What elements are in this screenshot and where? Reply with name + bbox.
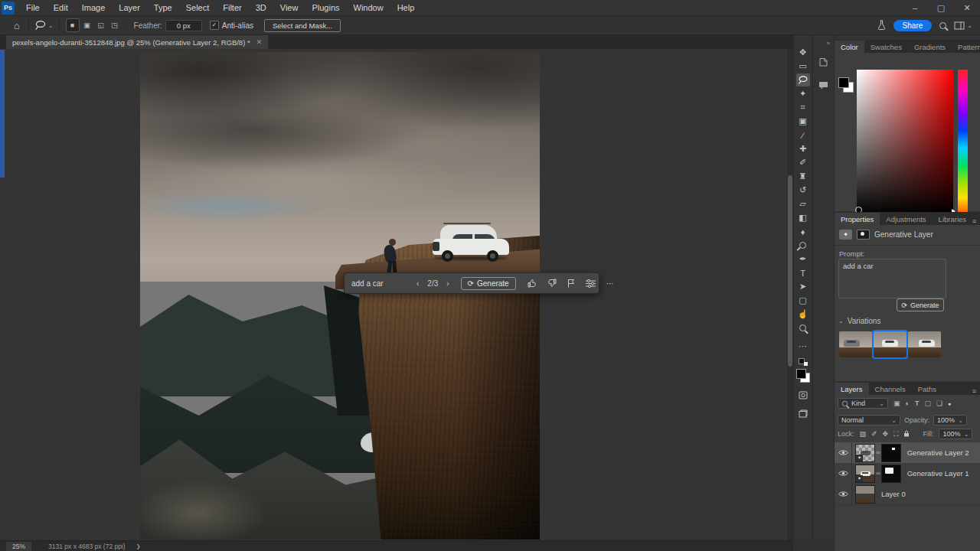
type-tool-icon[interactable]: T: [796, 266, 810, 279]
saturation-brightness-field[interactable]: [857, 70, 953, 215]
tab-channels[interactable]: Channels: [869, 383, 912, 395]
foreground-color-swatch[interactable]: [796, 369, 806, 379]
path-selection-tool-icon[interactable]: ➤: [796, 280, 810, 293]
menu-help[interactable]: Help: [390, 0, 422, 15]
prompt-textarea[interactable]: add a car: [838, 259, 946, 298]
eraser-tool-icon[interactable]: ▱: [796, 197, 810, 210]
mask-link-icon[interactable]: ∞: [876, 470, 880, 477]
canvas-document[interactable]: [140, 52, 540, 540]
learn-panel-icon[interactable]: [819, 56, 828, 70]
frame-tool-icon[interactable]: ▣: [796, 115, 810, 128]
hue-slider[interactable]: [958, 70, 968, 215]
menu-view[interactable]: View: [273, 0, 305, 15]
filter-adjustment-layers-icon[interactable]: ◐: [906, 399, 910, 407]
blend-mode-dropdown[interactable]: Normal ⌄: [838, 415, 900, 425]
settings-sliders-icon[interactable]: [580, 279, 601, 288]
lock-pixels-icon[interactable]: ✐: [871, 430, 877, 438]
lock-transparency-icon[interactable]: ▨: [860, 430, 867, 438]
foreground-background-swatches[interactable]: [796, 369, 810, 383]
tab-libraries[interactable]: Libraries: [933, 213, 972, 225]
feather-input[interactable]: 0 px: [165, 20, 202, 31]
previous-variation-icon[interactable]: ‹: [411, 279, 424, 288]
menu-select[interactable]: Select: [179, 0, 217, 15]
variations-header[interactable]: ⌄ Variations: [838, 317, 880, 325]
history-brush-tool-icon[interactable]: ↺: [796, 184, 810, 197]
variation-thumbnail-3[interactable]: [908, 331, 941, 357]
share-button[interactable]: Share: [893, 20, 933, 31]
variation-thumbnail-1[interactable]: [839, 331, 872, 357]
add-selection-mode-icon[interactable]: ▣: [81, 19, 93, 31]
generate-button[interactable]: ⟳ Generate: [897, 298, 944, 311]
intersect-selection-mode-icon[interactable]: ◳: [109, 19, 121, 31]
lock-all-icon[interactable]: [903, 430, 910, 439]
menu-edit[interactable]: Edit: [47, 0, 75, 15]
zoom-tool-icon[interactable]: [796, 321, 810, 334]
eyedropper-tool-icon[interactable]: ∕: [796, 129, 810, 142]
layer-mask-thumbnail[interactable]: [881, 465, 901, 483]
visibility-eye-icon[interactable]: [835, 442, 852, 463]
menu-layer[interactable]: Layer: [112, 0, 147, 15]
healing-brush-tool-icon[interactable]: ✚: [796, 142, 810, 155]
dodge-tool-icon[interactable]: [796, 239, 810, 252]
prompt-input[interactable]: add a car: [347, 279, 411, 288]
tab-close-icon[interactable]: ✕: [256, 38, 263, 46]
lock-artboard-icon[interactable]: ⛶: [893, 430, 898, 439]
maximize-button[interactable]: ▢: [928, 0, 954, 15]
fill-dropdown[interactable]: 100% ⌄: [939, 429, 972, 439]
filter-type-layers-icon[interactable]: T: [915, 399, 920, 407]
menu-type[interactable]: Type: [147, 0, 179, 15]
document-tab[interactable]: pexels-angelo-duranti-3512848.jpg @ 25% …: [6, 35, 268, 49]
edit-toolbar-icon[interactable]: ⋯: [796, 340, 810, 353]
menu-file[interactable]: File: [19, 0, 47, 15]
pen-tool-icon[interactable]: ✒: [796, 253, 810, 266]
layer-row-generative-layer-1[interactable]: ✦ ∞ Generative Layer 1: [835, 463, 980, 484]
generate-button[interactable]: ⟳ Generate: [461, 277, 516, 290]
menu-window[interactable]: Window: [347, 0, 390, 15]
tech-preview-flask-icon[interactable]: [877, 20, 886, 31]
comments-panel-icon[interactable]: [818, 79, 828, 93]
clone-stamp-tool-icon[interactable]: ♜: [796, 170, 810, 183]
layer-row-layer-0[interactable]: Layer 0: [835, 484, 980, 505]
layer-row-generative-layer-2[interactable]: ✦ ∞ Generative Layer 2: [835, 442, 980, 464]
default-colors-icon[interactable]: [799, 358, 808, 366]
filter-shape-layers-icon[interactable]: ▢: [924, 399, 931, 407]
select-and-mask-button[interactable]: Select and Mask...: [264, 19, 341, 32]
minimize-button[interactable]: –: [902, 0, 928, 15]
layer-thumbnail[interactable]: ✦: [855, 465, 875, 483]
canvas-pasteboard[interactable]: [0, 49, 793, 540]
menu-plugins[interactable]: Plugins: [305, 0, 346, 15]
canvas-vertical-scrollbar[interactable]: [787, 49, 793, 540]
layer-name[interactable]: Layer 0: [881, 490, 906, 498]
tab-color[interactable]: Color: [835, 41, 864, 53]
thumbs-down-icon[interactable]: [542, 279, 562, 288]
crop-tool-icon[interactable]: ⌗: [796, 101, 810, 114]
panel-menu-icon[interactable]: ≡: [972, 387, 980, 395]
shape-tool-icon[interactable]: ▢: [796, 294, 810, 307]
status-caret-icon[interactable]: ❯: [136, 543, 141, 549]
hand-tool-icon[interactable]: ☝: [796, 308, 810, 321]
menu-3d[interactable]: 3D: [249, 0, 273, 15]
tab-swatches[interactable]: Swatches: [864, 41, 908, 53]
thumbs-up-icon[interactable]: [522, 279, 542, 288]
scrollbar-thumb[interactable]: [788, 175, 792, 367]
filter-pixel-layers-icon[interactable]: ▣: [893, 399, 900, 407]
tab-paths[interactable]: Paths: [912, 383, 942, 395]
brush-tool-icon[interactable]: ✐: [796, 156, 810, 169]
mask-link-icon[interactable]: ∞: [876, 449, 880, 456]
report-flag-icon[interactable]: [562, 279, 580, 288]
layer-name[interactable]: Generative Layer 1: [907, 469, 969, 478]
rectangular-marquee-tool-icon[interactable]: ▭: [796, 60, 810, 73]
close-button[interactable]: ✕: [954, 0, 980, 15]
move-tool-icon[interactable]: ✥: [796, 46, 810, 59]
filter-toggle-icon[interactable]: ●: [948, 401, 951, 406]
lasso-tool-preset-icon[interactable]: ⌄: [34, 20, 54, 31]
tab-gradients[interactable]: Gradients: [908, 41, 952, 53]
visibility-eye-icon[interactable]: [835, 463, 852, 484]
menu-image[interactable]: Image: [75, 0, 113, 15]
layer-mask-thumbnail[interactable]: [881, 444, 901, 462]
new-selection-mode-icon[interactable]: ■: [66, 18, 80, 32]
tab-layers[interactable]: Layers: [835, 383, 869, 395]
menu-filter[interactable]: Filter: [216, 0, 248, 15]
collapse-dock-icon[interactable]: »: [827, 40, 830, 47]
layer-filter-dropdown[interactable]: Kind ⌄: [838, 398, 888, 409]
